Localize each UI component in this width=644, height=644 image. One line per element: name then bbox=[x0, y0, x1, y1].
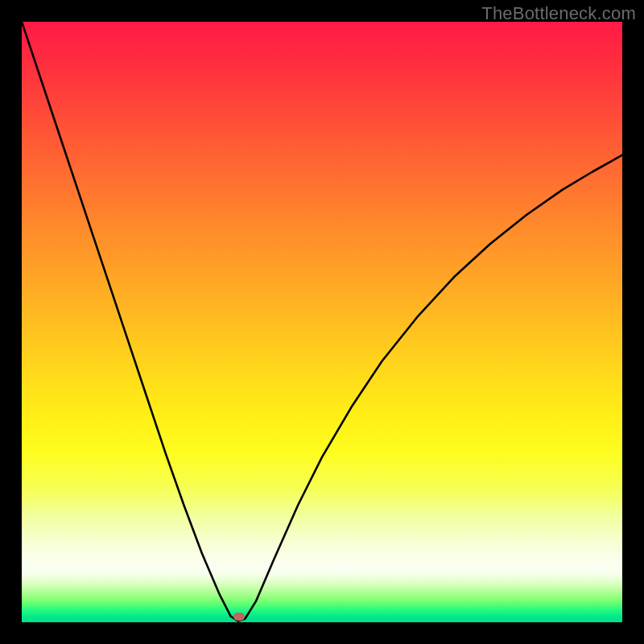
optimal-point-marker bbox=[233, 613, 245, 621]
watermark-text: TheBottleneck.com bbox=[481, 3, 636, 24]
plot-area bbox=[22, 22, 622, 622]
bottleneck-curve bbox=[22, 22, 622, 622]
chart-frame: TheBottleneck.com bbox=[0, 0, 644, 644]
